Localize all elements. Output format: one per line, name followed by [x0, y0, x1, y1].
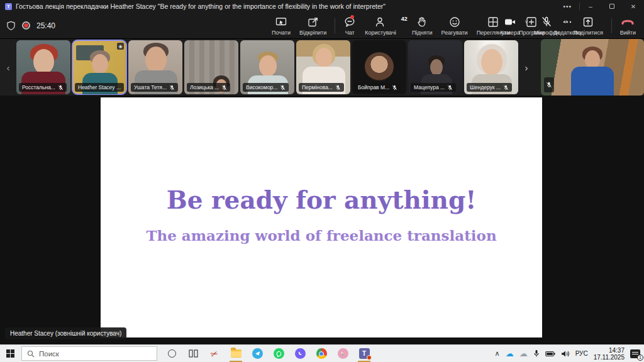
mic-muted-icon: [221, 85, 227, 90]
notification-count-badge: 1: [637, 354, 643, 361]
telegram-icon: [252, 348, 263, 359]
paint-palette-icon: [338, 348, 348, 359]
start-sharing-button[interactable]: Почати: [267, 13, 295, 39]
speaker-icon[interactable]: [561, 350, 570, 358]
shared-slide: Be ready for anything! The amazing world…: [101, 97, 542, 337]
slide-title: Be ready for anything!: [101, 185, 542, 214]
windows-taskbar: Поиск ✂: [0, 344, 644, 362]
whatsapp-button[interactable]: [268, 345, 289, 362]
tray-date: 17.11.2025: [594, 354, 625, 361]
mic-muted-icon: [546, 82, 552, 88]
restore-icon: [609, 4, 614, 9]
participant-name: Лозицька ...: [190, 84, 219, 90]
paint-app-button[interactable]: [332, 345, 353, 362]
task-view-icon: [189, 349, 198, 358]
raise-hand-button[interactable]: Підняти: [408, 13, 437, 39]
participant-tile[interactable]: Високомор...: [240, 40, 294, 94]
teams-meeting-window: T Гостьова лекція перекладачки Heather S…: [0, 0, 644, 362]
taskbar-search-input[interactable]: Поиск: [21, 346, 157, 361]
avatar: [365, 52, 394, 81]
mic-muted-icon: [169, 85, 175, 90]
participant-tile[interactable]: Шендерук ...: [464, 40, 518, 94]
unpin-button[interactable]: Відкріпити: [295, 13, 331, 39]
participants-count: 42: [401, 16, 408, 22]
toolbar-divider: [611, 18, 612, 33]
teams-icon: T: [359, 348, 370, 359]
share-icon: [582, 16, 594, 28]
scroll-left-chevron-icon[interactable]: ‹: [0, 62, 16, 73]
tray-time: 14:37: [594, 347, 625, 354]
hidden-icons-chevron-icon[interactable]: ∧: [495, 349, 500, 358]
participant-tile[interactable]: Лозицька ...: [184, 40, 238, 94]
window-title: Гостьова лекція перекладачки Heather Sta…: [16, 3, 386, 10]
participant-tile-active-speaker[interactable]: ◉ Heather Stacey ...: [72, 40, 126, 94]
slide-subtitle: The amazing world of freelance translati…: [101, 227, 542, 244]
titlebar-more-button[interactable]: •••: [555, 3, 579, 10]
mic-muted-icon: [280, 85, 286, 90]
mic-muted-icon: [335, 85, 341, 90]
onedrive-icon[interactable]: ☁: [506, 349, 514, 358]
share-button[interactable]: Поділитися: [569, 13, 607, 39]
minimize-button[interactable]: –: [580, 0, 601, 13]
task-view-button[interactable]: [182, 345, 204, 362]
teams-taskbar-button[interactable]: T: [353, 345, 375, 362]
participant-tile[interactable]: Ушата Тетя...: [128, 40, 182, 94]
tray-mic-icon[interactable]: [533, 349, 540, 358]
participant-name: Росстальна...: [22, 84, 55, 90]
presentation-stage: Be ready for anything! The amazing world…: [0, 96, 644, 344]
react-button[interactable]: Реагувати: [437, 13, 472, 39]
system-tray: ∧ ☁ ☁ РУС 14:37 17.11.2025: [495, 347, 644, 361]
camera-chevron-icon[interactable]: ∨: [525, 19, 528, 25]
file-explorer-button[interactable]: [225, 345, 247, 362]
mic-chevron-icon[interactable]: ∨: [564, 19, 568, 25]
start-button[interactable]: [6, 349, 14, 358]
participant-name: Heather Stacey ...: [78, 84, 121, 90]
recording-indicator-icon: [22, 21, 30, 30]
mic-button[interactable]: Мікрофон: [530, 13, 564, 39]
chat-button[interactable]: Чат: [339, 13, 360, 39]
search-placeholder: Поиск: [39, 350, 59, 358]
participant-tile[interactable]: Пермінова...: [296, 40, 350, 94]
scroll-right-chevron-icon[interactable]: ›: [518, 62, 535, 73]
camera-button[interactable]: Камера: [496, 13, 524, 39]
close-button[interactable]: ✕: [623, 0, 644, 13]
toolbar-divider: [335, 18, 335, 33]
cortana-icon: [168, 349, 176, 358]
mic-muted-icon: [392, 85, 397, 90]
battery-icon[interactable]: [545, 351, 555, 357]
chrome-icon: [316, 348, 327, 359]
restore-button[interactable]: [601, 0, 623, 13]
viber-button[interactable]: [289, 345, 311, 362]
leave-button[interactable]: Вийти: [616, 13, 640, 39]
participant-name: Мацепура ...: [414, 84, 445, 90]
self-video-tile[interactable]: [541, 39, 644, 96]
whatsapp-icon: [274, 348, 284, 359]
action-center-icon[interactable]: 1: [630, 349, 640, 358]
snipping-tool-icon: ✂: [209, 348, 219, 359]
language-indicator[interactable]: РУС: [575, 350, 588, 357]
clock[interactable]: 14:37 17.11.2025: [594, 347, 625, 361]
meeting-timer: 25:40: [36, 21, 55, 30]
participant-tile[interactable]: Росстальна...: [16, 40, 70, 94]
teams-icon: T: [5, 3, 12, 10]
participant-tile[interactable]: Бойправ М...: [352, 40, 406, 94]
participant-tile[interactable]: Мацепура ...: [408, 40, 462, 94]
participant-name: Ушата Тетя...: [134, 84, 167, 90]
telegram-button[interactable]: [247, 345, 268, 362]
pin-icon: ◉: [117, 43, 124, 50]
snipping-tool-button[interactable]: ✂: [204, 345, 225, 362]
file-explorer-icon: [231, 349, 242, 358]
presenter-name-label: Heather Stacey (зовнішній користувач): [5, 327, 126, 339]
raise-hand-icon: [416, 16, 428, 28]
viber-icon: [295, 348, 306, 359]
cortana-button[interactable]: [161, 345, 182, 362]
mic-muted-icon: [540, 16, 553, 28]
chrome-button[interactable]: [311, 345, 332, 362]
cloud-app-icon[interactable]: ☁: [519, 349, 528, 358]
shield-icon: [6, 21, 16, 31]
participants-button[interactable]: 42 Користувачі: [360, 13, 408, 39]
participant-filmstrip: ‹ Росстальна... ◉ Heather Stacey ...: [0, 39, 644, 96]
mic-muted-icon: [58, 85, 64, 90]
participant-name: Бойправ М...: [358, 84, 389, 90]
teams-notification-dot: [367, 355, 372, 360]
